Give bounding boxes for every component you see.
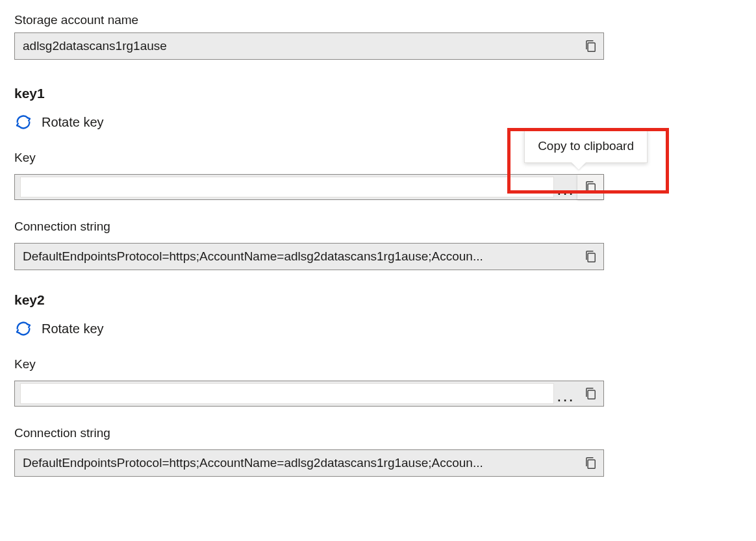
access-keys-panel: Storage account name adlsg2datascans1rg1… — [0, 0, 756, 503]
svg-rect-3 — [588, 390, 595, 399]
key2-key-field: ... — [14, 381, 604, 407]
rotate-key1-button[interactable]: Rotate key — [14, 113, 742, 131]
rotate-icon — [14, 113, 32, 131]
key2-conn-label: Connection string — [14, 426, 742, 440]
copy-key1-button[interactable] — [577, 175, 603, 199]
storage-account-name-label: Storage account name — [14, 13, 742, 27]
key1-heading: key1 — [14, 86, 742, 101]
key2-conn-value[interactable]: DefaultEndpointsProtocol=https;AccountNa… — [15, 450, 577, 476]
storage-account-name-value[interactable]: adlsg2datascans1rg1ause — [15, 33, 577, 59]
key1-key-value[interactable] — [20, 177, 554, 197]
svg-rect-1 — [588, 184, 595, 192]
key2-conn-field: DefaultEndpointsProtocol=https;AccountNa… — [14, 449, 604, 477]
key1-conn-value[interactable]: DefaultEndpointsProtocol=https;AccountNa… — [15, 244, 577, 270]
key2-show-button[interactable]: ... — [554, 381, 577, 406]
svg-rect-0 — [588, 43, 595, 51]
copy-storage-account-name-button[interactable] — [577, 33, 603, 59]
copy-icon — [585, 457, 596, 470]
storage-account-name-field: adlsg2datascans1rg1ause — [14, 32, 604, 60]
key2-heading: key2 — [14, 292, 742, 308]
copy-icon — [585, 387, 596, 400]
rotate-key2-button[interactable]: Rotate key — [14, 320, 742, 338]
key1-show-button[interactable]: ... — [554, 175, 577, 199]
copy-key1-conn-button[interactable] — [577, 244, 603, 270]
svg-rect-4 — [588, 460, 595, 468]
rotate-key2-label: Rotate key — [42, 321, 104, 336]
rotate-icon — [14, 320, 32, 338]
key1-conn-field: DefaultEndpointsProtocol=https;AccountNa… — [14, 243, 604, 270]
copy-tooltip-anchor: Copy to clipboard — [524, 129, 648, 163]
copy-icon — [585, 40, 596, 53]
key1-conn-label: Connection string — [14, 220, 742, 234]
copy-icon — [585, 250, 596, 263]
copy-tooltip: Copy to clipboard — [524, 129, 648, 163]
copy-icon — [585, 181, 596, 194]
key2-key-label: Key — [14, 357, 742, 371]
key1-key-field: ... Copy to clipboard — [14, 174, 604, 200]
rotate-key1-label: Rotate key — [42, 115, 104, 130]
key2-key-value[interactable] — [20, 383, 554, 404]
copy-key2-conn-button[interactable] — [577, 450, 603, 476]
copy-key2-button[interactable] — [577, 381, 603, 406]
svg-rect-2 — [588, 253, 595, 262]
